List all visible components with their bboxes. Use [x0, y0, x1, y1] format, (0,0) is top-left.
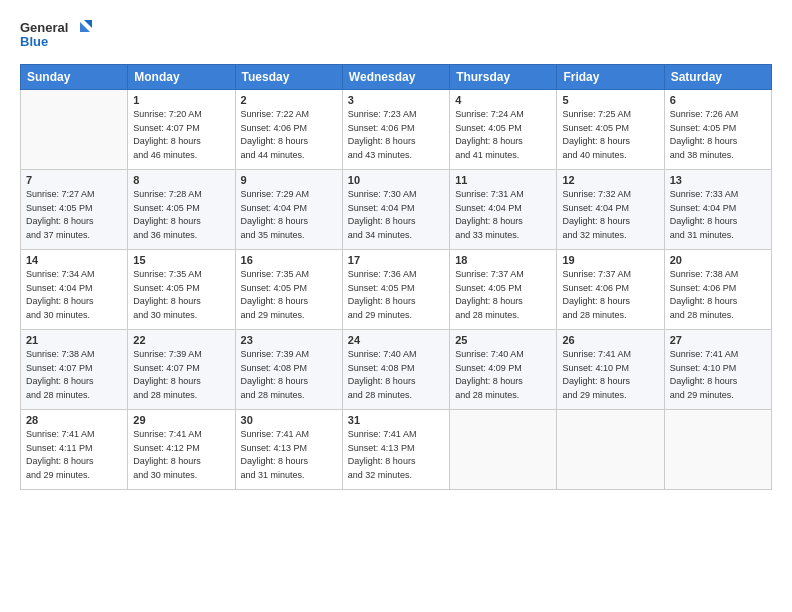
day-number: 25 — [455, 334, 551, 346]
week-row-2: 7Sunrise: 7:27 AMSunset: 4:05 PMDaylight… — [21, 170, 772, 250]
day-cell: 5Sunrise: 7:25 AMSunset: 4:05 PMDaylight… — [557, 90, 664, 170]
page-header: General Blue — [20, 18, 772, 54]
day-cell: 30Sunrise: 7:41 AMSunset: 4:13 PMDayligh… — [235, 410, 342, 490]
day-cell: 31Sunrise: 7:41 AMSunset: 4:13 PMDayligh… — [342, 410, 449, 490]
day-cell: 9Sunrise: 7:29 AMSunset: 4:04 PMDaylight… — [235, 170, 342, 250]
day-number: 19 — [562, 254, 658, 266]
day-number: 14 — [26, 254, 122, 266]
day-info: Sunrise: 7:23 AMSunset: 4:06 PMDaylight:… — [348, 108, 444, 162]
day-number: 20 — [670, 254, 766, 266]
day-cell: 26Sunrise: 7:41 AMSunset: 4:10 PMDayligh… — [557, 330, 664, 410]
day-number: 10 — [348, 174, 444, 186]
logo-svg: General Blue — [20, 18, 92, 54]
day-number: 2 — [241, 94, 337, 106]
day-cell — [21, 90, 128, 170]
calendar-table: SundayMondayTuesdayWednesdayThursdayFrid… — [20, 64, 772, 490]
day-number: 23 — [241, 334, 337, 346]
header-thursday: Thursday — [450, 65, 557, 90]
day-info: Sunrise: 7:35 AMSunset: 4:05 PMDaylight:… — [133, 268, 229, 322]
day-cell: 27Sunrise: 7:41 AMSunset: 4:10 PMDayligh… — [664, 330, 771, 410]
week-row-1: 1Sunrise: 7:20 AMSunset: 4:07 PMDaylight… — [21, 90, 772, 170]
day-info: Sunrise: 7:31 AMSunset: 4:04 PMDaylight:… — [455, 188, 551, 242]
day-number: 15 — [133, 254, 229, 266]
header-friday: Friday — [557, 65, 664, 90]
day-number: 4 — [455, 94, 551, 106]
day-cell: 4Sunrise: 7:24 AMSunset: 4:05 PMDaylight… — [450, 90, 557, 170]
day-info: Sunrise: 7:41 AMSunset: 4:10 PMDaylight:… — [670, 348, 766, 402]
day-info: Sunrise: 7:26 AMSunset: 4:05 PMDaylight:… — [670, 108, 766, 162]
day-cell: 7Sunrise: 7:27 AMSunset: 4:05 PMDaylight… — [21, 170, 128, 250]
day-cell: 3Sunrise: 7:23 AMSunset: 4:06 PMDaylight… — [342, 90, 449, 170]
day-info: Sunrise: 7:28 AMSunset: 4:05 PMDaylight:… — [133, 188, 229, 242]
day-cell: 21Sunrise: 7:38 AMSunset: 4:07 PMDayligh… — [21, 330, 128, 410]
svg-marker-3 — [84, 20, 92, 28]
day-info: Sunrise: 7:32 AMSunset: 4:04 PMDaylight:… — [562, 188, 658, 242]
day-number: 26 — [562, 334, 658, 346]
day-info: Sunrise: 7:29 AMSunset: 4:04 PMDaylight:… — [241, 188, 337, 242]
day-cell: 15Sunrise: 7:35 AMSunset: 4:05 PMDayligh… — [128, 250, 235, 330]
day-info: Sunrise: 7:22 AMSunset: 4:06 PMDaylight:… — [241, 108, 337, 162]
week-row-3: 14Sunrise: 7:34 AMSunset: 4:04 PMDayligh… — [21, 250, 772, 330]
day-cell: 11Sunrise: 7:31 AMSunset: 4:04 PMDayligh… — [450, 170, 557, 250]
day-number: 11 — [455, 174, 551, 186]
header-sunday: Sunday — [21, 65, 128, 90]
header-monday: Monday — [128, 65, 235, 90]
day-info: Sunrise: 7:34 AMSunset: 4:04 PMDaylight:… — [26, 268, 122, 322]
day-cell: 24Sunrise: 7:40 AMSunset: 4:08 PMDayligh… — [342, 330, 449, 410]
day-number: 28 — [26, 414, 122, 426]
day-info: Sunrise: 7:41 AMSunset: 4:12 PMDaylight:… — [133, 428, 229, 482]
day-number: 3 — [348, 94, 444, 106]
day-info: Sunrise: 7:27 AMSunset: 4:05 PMDaylight:… — [26, 188, 122, 242]
day-info: Sunrise: 7:41 AMSunset: 4:11 PMDaylight:… — [26, 428, 122, 482]
day-number: 17 — [348, 254, 444, 266]
day-cell: 6Sunrise: 7:26 AMSunset: 4:05 PMDaylight… — [664, 90, 771, 170]
day-info: Sunrise: 7:40 AMSunset: 4:09 PMDaylight:… — [455, 348, 551, 402]
day-cell: 17Sunrise: 7:36 AMSunset: 4:05 PMDayligh… — [342, 250, 449, 330]
day-number: 9 — [241, 174, 337, 186]
day-cell: 22Sunrise: 7:39 AMSunset: 4:07 PMDayligh… — [128, 330, 235, 410]
day-cell — [450, 410, 557, 490]
day-cell: 2Sunrise: 7:22 AMSunset: 4:06 PMDaylight… — [235, 90, 342, 170]
day-info: Sunrise: 7:30 AMSunset: 4:04 PMDaylight:… — [348, 188, 444, 242]
day-number: 13 — [670, 174, 766, 186]
day-number: 18 — [455, 254, 551, 266]
header-wednesday: Wednesday — [342, 65, 449, 90]
day-info: Sunrise: 7:25 AMSunset: 4:05 PMDaylight:… — [562, 108, 658, 162]
day-info: Sunrise: 7:39 AMSunset: 4:08 PMDaylight:… — [241, 348, 337, 402]
day-info: Sunrise: 7:38 AMSunset: 4:06 PMDaylight:… — [670, 268, 766, 322]
day-info: Sunrise: 7:20 AMSunset: 4:07 PMDaylight:… — [133, 108, 229, 162]
day-cell: 23Sunrise: 7:39 AMSunset: 4:08 PMDayligh… — [235, 330, 342, 410]
week-row-5: 28Sunrise: 7:41 AMSunset: 4:11 PMDayligh… — [21, 410, 772, 490]
svg-text:Blue: Blue — [20, 34, 48, 49]
day-info: Sunrise: 7:41 AMSunset: 4:13 PMDaylight:… — [348, 428, 444, 482]
day-cell: 10Sunrise: 7:30 AMSunset: 4:04 PMDayligh… — [342, 170, 449, 250]
day-number: 7 — [26, 174, 122, 186]
day-cell: 8Sunrise: 7:28 AMSunset: 4:05 PMDaylight… — [128, 170, 235, 250]
day-number: 6 — [670, 94, 766, 106]
day-cell: 13Sunrise: 7:33 AMSunset: 4:04 PMDayligh… — [664, 170, 771, 250]
day-number: 24 — [348, 334, 444, 346]
week-row-4: 21Sunrise: 7:38 AMSunset: 4:07 PMDayligh… — [21, 330, 772, 410]
day-info: Sunrise: 7:39 AMSunset: 4:07 PMDaylight:… — [133, 348, 229, 402]
day-cell: 18Sunrise: 7:37 AMSunset: 4:05 PMDayligh… — [450, 250, 557, 330]
day-cell: 14Sunrise: 7:34 AMSunset: 4:04 PMDayligh… — [21, 250, 128, 330]
day-number: 29 — [133, 414, 229, 426]
day-info: Sunrise: 7:41 AMSunset: 4:10 PMDaylight:… — [562, 348, 658, 402]
day-number: 1 — [133, 94, 229, 106]
day-number: 12 — [562, 174, 658, 186]
day-cell: 1Sunrise: 7:20 AMSunset: 4:07 PMDaylight… — [128, 90, 235, 170]
day-number: 30 — [241, 414, 337, 426]
day-info: Sunrise: 7:40 AMSunset: 4:08 PMDaylight:… — [348, 348, 444, 402]
day-cell: 20Sunrise: 7:38 AMSunset: 4:06 PMDayligh… — [664, 250, 771, 330]
day-info: Sunrise: 7:36 AMSunset: 4:05 PMDaylight:… — [348, 268, 444, 322]
day-info: Sunrise: 7:37 AMSunset: 4:06 PMDaylight:… — [562, 268, 658, 322]
day-cell: 16Sunrise: 7:35 AMSunset: 4:05 PMDayligh… — [235, 250, 342, 330]
day-cell: 28Sunrise: 7:41 AMSunset: 4:11 PMDayligh… — [21, 410, 128, 490]
day-info: Sunrise: 7:41 AMSunset: 4:13 PMDaylight:… — [241, 428, 337, 482]
day-number: 16 — [241, 254, 337, 266]
day-info: Sunrise: 7:35 AMSunset: 4:05 PMDaylight:… — [241, 268, 337, 322]
calendar-header-row: SundayMondayTuesdayWednesdayThursdayFrid… — [21, 65, 772, 90]
day-cell — [664, 410, 771, 490]
day-info: Sunrise: 7:33 AMSunset: 4:04 PMDaylight:… — [670, 188, 766, 242]
logo: General Blue — [20, 18, 92, 54]
